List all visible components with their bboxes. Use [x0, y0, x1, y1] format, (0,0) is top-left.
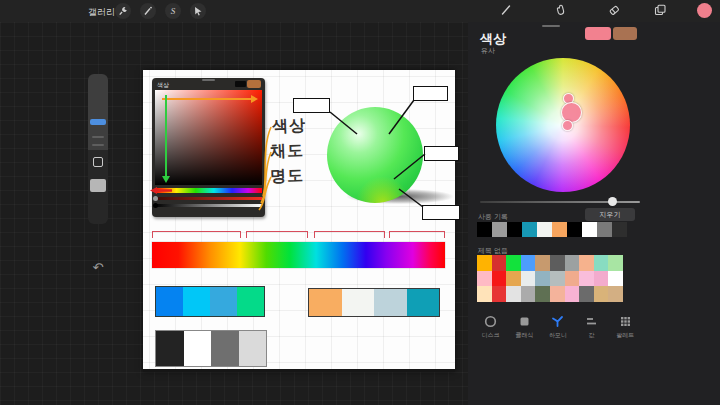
- palette-swatch[interactable]: [535, 271, 550, 287]
- tab-value-label: 값: [589, 331, 595, 340]
- wrench-icon: [118, 2, 128, 20]
- opacity-slider-handle[interactable]: [90, 179, 106, 192]
- undo-button[interactable]: ↶: [88, 258, 108, 276]
- palette-swatch[interactable]: [521, 286, 536, 302]
- palette-swatch[interactable]: [594, 271, 609, 287]
- value-icon: [585, 315, 598, 328]
- selection-s-icon: S: [171, 6, 176, 16]
- palette-swatch[interactable]: [506, 271, 521, 287]
- tab-disc-label: 디스크: [482, 331, 500, 340]
- modify-square-icon: [93, 157, 103, 167]
- actions-button[interactable]: [115, 3, 131, 19]
- selection-button[interactable]: S: [165, 3, 181, 19]
- layers-button[interactable]: [652, 3, 668, 19]
- size-slider-handle[interactable]: [90, 119, 106, 125]
- history-swatch[interactable]: [477, 222, 492, 237]
- eraser-button[interactable]: [606, 3, 622, 19]
- palette-grid: [477, 255, 623, 302]
- top-toolbar: 갤러리 S: [0, 0, 720, 22]
- palette-swatch[interactable]: [492, 271, 507, 287]
- palette-swatch[interactable]: [550, 271, 565, 287]
- disc-icon: [484, 315, 497, 328]
- modify-button[interactable]: [88, 150, 108, 174]
- previous-color-swatch[interactable]: [613, 27, 637, 40]
- palette-swatch[interactable]: [608, 271, 623, 287]
- slider-tick: [92, 136, 104, 138]
- history-label: 사용 기록: [478, 212, 508, 222]
- wand-icon: [143, 2, 153, 20]
- brush-button[interactable]: [498, 3, 514, 19]
- brush-sidebar: [88, 74, 108, 224]
- palette-swatch[interactable]: [506, 286, 521, 302]
- tab-classic-label: 클래식: [515, 331, 533, 340]
- palette-swatch[interactable]: [608, 286, 623, 302]
- harmony-icon: [551, 315, 564, 328]
- palette-swatch[interactable]: [492, 255, 507, 271]
- transform-arrow-icon: [193, 2, 203, 20]
- palette-swatch[interactable]: [521, 271, 536, 287]
- app-window: 갤러리 S: [0, 0, 720, 405]
- transform-button[interactable]: [190, 3, 206, 19]
- canvas-artboard[interactable]: 색상 색상 채도 명도: [143, 70, 455, 372]
- palette-swatch[interactable]: [535, 286, 550, 302]
- undo-icon: ↶: [93, 260, 104, 275]
- history-swatch[interactable]: [612, 222, 627, 237]
- palettes-icon: [619, 315, 632, 328]
- layers-icon: [654, 2, 666, 20]
- tab-value[interactable]: 값: [575, 312, 609, 342]
- palette-swatch[interactable]: [477, 271, 492, 287]
- tab-palettes[interactable]: 팔레트: [608, 312, 642, 342]
- palette-swatch[interactable]: [550, 255, 565, 271]
- history-swatch[interactable]: [552, 222, 567, 237]
- brush-size-slider[interactable]: [88, 74, 108, 150]
- adjustments-button[interactable]: [140, 3, 156, 19]
- palette-swatch[interactable]: [579, 271, 594, 287]
- active-color-swatch[interactable]: [697, 3, 712, 18]
- palette-swatch[interactable]: [565, 286, 580, 302]
- brush-opacity-slider[interactable]: [88, 174, 108, 224]
- palette-swatch[interactable]: [550, 286, 565, 302]
- tab-harmony-label: 하모니: [549, 331, 567, 340]
- palette-swatch[interactable]: [521, 255, 536, 271]
- smudge-button[interactable]: [553, 3, 569, 19]
- harmony-mode-label[interactable]: 유사: [481, 46, 495, 56]
- classic-icon: [518, 315, 531, 328]
- palette-swatch[interactable]: [594, 255, 609, 271]
- brightness-slider-knob[interactable]: [608, 197, 617, 206]
- history-swatch[interactable]: [582, 222, 597, 237]
- tab-disc[interactable]: 디스크: [474, 312, 508, 342]
- palette-swatch[interactable]: [506, 255, 521, 271]
- history-swatch[interactable]: [567, 222, 582, 237]
- slider-tick: [92, 144, 104, 146]
- palette-swatch[interactable]: [477, 255, 492, 271]
- palette-swatch[interactable]: [579, 286, 594, 302]
- smudge-finger-icon: [555, 2, 567, 20]
- annotation-lines-layer: [143, 70, 455, 372]
- current-color-swatch[interactable]: [585, 27, 611, 40]
- history-swatch[interactable]: [597, 222, 612, 237]
- eraser-icon: [608, 2, 620, 20]
- history-swatch[interactable]: [537, 222, 552, 237]
- color-mode-tabbar: 디스크 클래식 하모니 값 팔레트: [474, 312, 642, 342]
- history-swatch[interactable]: [507, 222, 522, 237]
- panel-drag-handle[interactable]: [542, 25, 560, 27]
- tab-classic[interactable]: 클래식: [508, 312, 542, 342]
- color-panel: 색상 유사 사용 기록 지우기 제목 없음 디스크 클래식 하: [468, 22, 720, 405]
- palette-swatch[interactable]: [608, 255, 623, 271]
- palette-swatch[interactable]: [565, 255, 580, 271]
- palette-swatch[interactable]: [579, 255, 594, 271]
- tab-harmony[interactable]: 하모니: [541, 312, 575, 342]
- palette-swatch[interactable]: [565, 271, 580, 287]
- palette-swatch[interactable]: [535, 255, 550, 271]
- palette-swatch[interactable]: [594, 286, 609, 302]
- gallery-button[interactable]: 갤러리: [88, 6, 115, 19]
- brush-icon: [500, 2, 512, 20]
- history-swatch-row: [477, 222, 627, 237]
- palette-swatch[interactable]: [492, 286, 507, 302]
- palette-swatch[interactable]: [477, 286, 492, 302]
- history-swatch[interactable]: [522, 222, 537, 237]
- history-swatch[interactable]: [492, 222, 507, 237]
- harmony-handle-bottom[interactable]: [562, 120, 573, 131]
- clear-history-button[interactable]: 지우기: [585, 208, 635, 221]
- brightness-slider[interactable]: [480, 201, 640, 203]
